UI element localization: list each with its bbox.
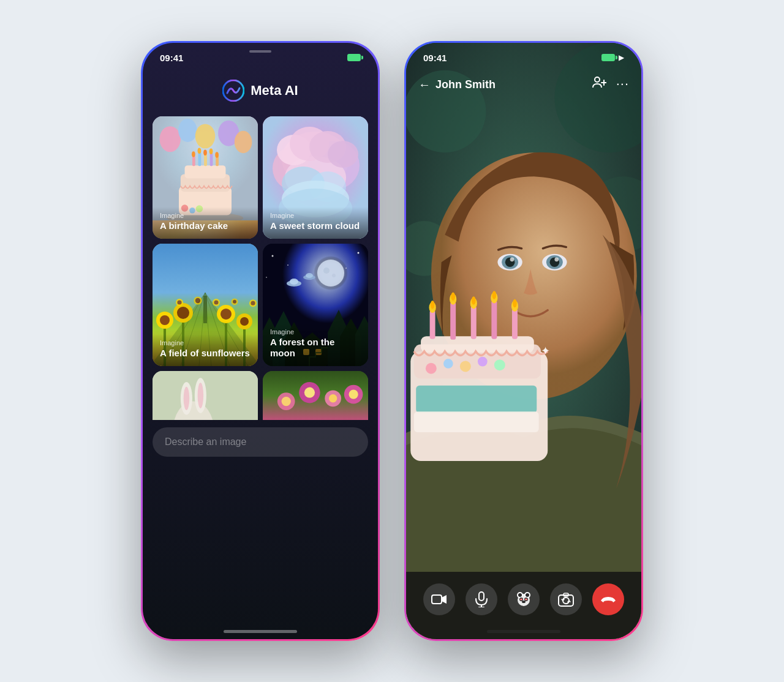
svg-point-64 bbox=[233, 300, 236, 304]
storm-title-label: A sweet storm cloud bbox=[270, 220, 360, 231]
call-header: ← John Smith ··· bbox=[406, 43, 641, 102]
svg-rect-50 bbox=[203, 296, 207, 323]
svg-point-157 bbox=[525, 599, 527, 601]
svg-rect-12 bbox=[198, 152, 202, 166]
grid-card-moon[interactable]: Imagine A forest on the moon bbox=[263, 244, 368, 366]
svg-point-109 bbox=[510, 257, 514, 261]
svg-point-70 bbox=[358, 252, 360, 254]
svg-rect-145 bbox=[479, 592, 484, 601]
meta-ai-logo: Meta AI bbox=[222, 80, 298, 102]
svg-point-16 bbox=[192, 151, 195, 157]
svg-point-46 bbox=[160, 315, 170, 325]
moon-title-label: A forest on the moon bbox=[270, 337, 334, 358]
more-dots-icon: ··· bbox=[616, 76, 629, 91]
more-options-button[interactable]: ··· bbox=[616, 76, 629, 92]
end-call-button[interactable] bbox=[592, 583, 624, 615]
microphone-button[interactable] bbox=[466, 583, 497, 615]
svg-point-134 bbox=[492, 291, 497, 299]
svg-point-97 bbox=[329, 394, 337, 402]
svg-point-120 bbox=[478, 357, 488, 367]
svg-point-75 bbox=[323, 268, 330, 274]
status-time-left: 09:41 bbox=[160, 53, 183, 63]
svg-point-152 bbox=[526, 593, 529, 597]
svg-rect-13 bbox=[204, 154, 207, 166]
image-grid: Imagine A birthday cake bbox=[143, 116, 378, 366]
home-indicator-left bbox=[224, 630, 297, 633]
flip-camera-button[interactable] bbox=[550, 583, 582, 615]
describe-image-input[interactable] bbox=[153, 427, 368, 457]
svg-rect-140 bbox=[414, 411, 539, 432]
flip-camera-icon bbox=[558, 592, 574, 607]
storm-label: Imagine A sweet storm cloud bbox=[263, 207, 368, 239]
svg-point-68 bbox=[272, 255, 274, 257]
svg-rect-122 bbox=[430, 310, 435, 339]
svg-point-58 bbox=[177, 300, 181, 304]
svg-point-18 bbox=[203, 149, 207, 156]
birthday-imagine-label: Imagine bbox=[160, 212, 251, 219]
partial-cards bbox=[143, 371, 378, 420]
call-controls bbox=[406, 572, 641, 639]
svg-point-155 bbox=[522, 601, 526, 603]
svg-point-90 bbox=[198, 383, 204, 408]
svg-point-113 bbox=[554, 257, 559, 261]
meta-ai-title: Meta AI bbox=[251, 83, 298, 99]
right-phone: ✦ ✦ 09:41 ▶ ← John Smith bbox=[404, 41, 643, 641]
status-bar-left: 09:41 bbox=[143, 43, 378, 72]
svg-point-6 bbox=[235, 131, 252, 153]
svg-point-60 bbox=[195, 298, 200, 303]
sunflower-title-label: A field of sunflowers bbox=[160, 348, 250, 358]
svg-point-156 bbox=[520, 599, 522, 601]
svg-rect-125 bbox=[491, 301, 497, 339]
storm-imagine-label: Imagine bbox=[270, 212, 361, 219]
svg-point-95 bbox=[304, 388, 315, 398]
video-icon bbox=[431, 593, 447, 605]
svg-point-128 bbox=[431, 301, 435, 309]
moon-imagine-label: Imagine bbox=[270, 328, 361, 335]
effects-button[interactable] bbox=[508, 583, 540, 615]
partial-card-bunny[interactable] bbox=[153, 371, 258, 420]
svg-point-53 bbox=[221, 309, 232, 320]
left-phone: 09:41 bbox=[141, 41, 380, 641]
svg-point-121 bbox=[494, 359, 505, 370]
svg-point-141 bbox=[595, 77, 600, 82]
svg-point-78 bbox=[290, 279, 298, 285]
birthday-scene bbox=[153, 116, 258, 220]
svg-point-17 bbox=[198, 148, 202, 154]
add-person-button[interactable] bbox=[592, 75, 606, 92]
sunflower-imagine-label: Imagine bbox=[160, 339, 251, 347]
grid-card-storm[interactable]: Imagine A sweet storm cloud bbox=[263, 116, 368, 239]
svg-point-20 bbox=[215, 152, 219, 158]
effects-icon bbox=[516, 591, 532, 607]
video-call-background: ✦ ✦ bbox=[406, 43, 641, 639]
svg-rect-14 bbox=[210, 152, 213, 166]
bunny-visual bbox=[153, 371, 258, 420]
svg-point-80 bbox=[306, 273, 313, 278]
svg-point-76 bbox=[332, 274, 336, 277]
contact-name: John Smith bbox=[435, 78, 496, 91]
video-button[interactable] bbox=[423, 583, 455, 615]
sunflower-label: Imagine A field of sunflowers bbox=[153, 334, 258, 366]
svg-point-151 bbox=[518, 593, 522, 597]
svg-point-130 bbox=[451, 293, 455, 301]
svg-point-19 bbox=[209, 149, 213, 155]
add-person-icon bbox=[592, 75, 606, 89]
svg-rect-10 bbox=[185, 165, 226, 178]
svg-point-117 bbox=[426, 363, 437, 374]
svg-point-32 bbox=[328, 141, 358, 168]
svg-point-132 bbox=[472, 296, 476, 304]
partial-card-flowers[interactable] bbox=[263, 371, 368, 420]
svg-point-74 bbox=[317, 260, 344, 287]
grid-card-birthday[interactable]: Imagine A birthday cake bbox=[153, 116, 258, 239]
svg-point-3 bbox=[178, 119, 197, 142]
svg-point-89 bbox=[184, 387, 190, 410]
meta-ai-logo-icon bbox=[222, 80, 244, 102]
status-icons-left bbox=[347, 54, 361, 61]
svg-rect-139 bbox=[416, 386, 537, 413]
svg-point-4 bbox=[195, 124, 215, 148]
call-back-button[interactable]: ← John Smith bbox=[418, 78, 496, 92]
call-header-actions: ··· bbox=[592, 75, 629, 92]
grid-card-sunflower[interactable]: Imagine A field of sunflowers bbox=[153, 244, 258, 366]
svg-point-49 bbox=[177, 307, 189, 319]
birthday-title-label: A birthday cake bbox=[160, 220, 228, 231]
svg-point-136 bbox=[513, 299, 517, 307]
